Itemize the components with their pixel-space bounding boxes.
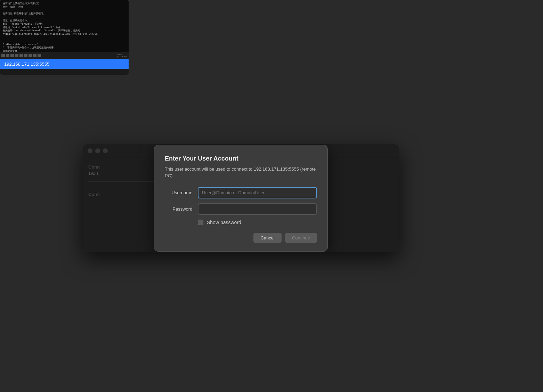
taskbar-icon-3 <box>10 54 14 57</box>
show-password-label: Show password <box>207 220 241 225</box>
taskbar-icon-7 <box>29 54 32 57</box>
dialog-title: Enter Your User Account <box>165 155 317 162</box>
continue-button[interactable]: Continue <box>285 233 317 243</box>
password-label: Password: <box>165 206 198 212</box>
taskbar-icon-8 <box>33 54 37 57</box>
show-password-row: Show password <box>198 220 317 225</box>
thumbnail-ip: 192.168.171.135:5555 <box>4 62 49 67</box>
modal-overlay: Enter Your User Account This user accoun… <box>83 144 399 252</box>
thumbnail-screen: 当前端口上的端口已作为打开状态 文件 编辑 程序 您要信息:虽在网络端口上打开的… <box>0 0 129 59</box>
show-password-checkbox[interactable] <box>198 220 203 225</box>
dialog-buttons: Cancel Continue <box>165 233 317 243</box>
taskbar-icon-2 <box>6 54 9 57</box>
taskbar-time: 11:052021/12/21 <box>117 54 127 58</box>
taskbar-icons <box>1 54 41 57</box>
password-row: Password: <box>165 203 317 215</box>
thumbnail-label[interactable]: 192.168.171.135:5555 <box>0 59 129 69</box>
taskbar-icon-6 <box>24 54 27 57</box>
window-body: Conn 192.1 Confi cel Enter Your User Acc… <box>83 157 399 252</box>
user-account-dialog: Enter Your User Account This user accoun… <box>154 145 328 252</box>
taskbar-icon-1 <box>1 54 5 57</box>
password-input[interactable] <box>198 203 317 215</box>
taskbar-icon-5 <box>19 54 23 57</box>
taskbar: 11:052021/12/21 <box>0 52 129 59</box>
terminal-text: 当前端口上的端口已作为打开状态 文件 编辑 程序 您要信息:虽在网络端口上打开的… <box>3 2 126 59</box>
cancel-button[interactable]: Cancel <box>253 233 281 243</box>
terminal-window: 当前端口上的端口已作为打开状态 文件 编辑 程序 您要信息:虽在网络端口上打开的… <box>0 0 129 59</box>
taskbar-icon-4 <box>15 54 18 57</box>
username-row: Username: <box>165 187 317 198</box>
remote-desktop-thumbnail: 当前端口上的端口已作为打开状态 文件 编辑 程序 您要信息:虽在网络端口上打开的… <box>0 0 129 75</box>
taskbar-icon-9 <box>38 54 41 57</box>
username-input[interactable] <box>198 187 317 198</box>
username-label: Username: <box>165 190 198 195</box>
dialog-description: This user account will be used to connec… <box>165 166 317 179</box>
rdp-window: Conn 192.1 Confi cel Enter Your User Acc… <box>83 144 399 252</box>
